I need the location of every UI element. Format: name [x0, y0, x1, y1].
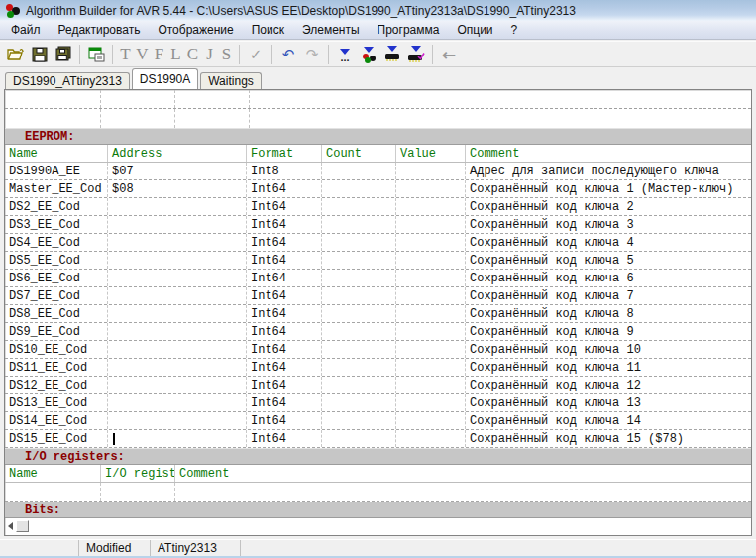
cell-count[interactable] [322, 270, 396, 286]
cell-comment[interactable]: Адрес для записи последующего ключа [466, 163, 751, 179]
empty-cell[interactable] [101, 483, 175, 501]
cell-address[interactable] [108, 198, 247, 215]
cell-name[interactable]: DS3_EE_Cod [5, 216, 108, 233]
cell-value[interactable] [396, 180, 466, 197]
cell-comment[interactable]: Сохранённый код ключа 9 [466, 323, 751, 340]
empty-cell[interactable] [175, 483, 751, 501]
cell-count[interactable] [322, 180, 396, 197]
cell-count[interactable] [322, 323, 396, 340]
cell-format[interactable]: Int64 [247, 180, 322, 197]
menu-item[interactable]: Редактировать [50, 21, 150, 39]
cell-address[interactable] [108, 305, 247, 322]
table-row[interactable]: DS2_EE_Cod Int64 Сохранённый код ключа 2 [5, 198, 751, 216]
cell-value[interactable] [396, 430, 466, 447]
cell-count[interactable] [322, 287, 396, 304]
cell-value[interactable] [396, 216, 466, 233]
cell-value[interactable] [396, 305, 466, 322]
empty-cell[interactable] [5, 109, 101, 128]
cell-name[interactable]: DS11_EE_Cod [5, 359, 108, 376]
cell-address[interactable] [108, 377, 247, 393]
tab-ds1990-attiny2313[interactable]: DS1990_ATtiny2313 [5, 72, 130, 89]
template-letter-button[interactable]: C [184, 45, 201, 64]
cell-format[interactable]: Int64 [247, 377, 322, 393]
bit-scrollbar-thumb[interactable] [16, 520, 29, 532]
cell-address[interactable]: $07 [108, 163, 247, 179]
cell-format[interactable]: Int64 [247, 234, 322, 251]
cell-name[interactable]: DS6_EE_Cod [5, 270, 108, 286]
open-icon[interactable] [4, 43, 28, 66]
cell-format[interactable]: Int64 [247, 341, 322, 358]
cell-format[interactable]: Int8 [247, 163, 322, 179]
cell-name[interactable]: DS5_EE_Cod [5, 252, 108, 269]
menu-item[interactable]: Файл [2, 21, 50, 39]
table-row[interactable]: DS1990A_EE $07 Int8 Адрес для записи пос… [5, 163, 751, 180]
table-row[interactable]: DS12_EE_Cod Int64 Сохранённый код ключа … [5, 377, 751, 394]
template-letter-button[interactable]: T [117, 45, 134, 64]
cell-comment[interactable]: Сохранённый код ключа 3 [466, 216, 751, 233]
save-all-icon[interactable] [52, 43, 75, 66]
redo-icon[interactable]: ↷ [300, 43, 324, 66]
table-row[interactable]: DS4_EE_Cod Int64 Сохранённый код ключа 4 [5, 234, 751, 252]
cell-comment[interactable]: Сохранённый код ключа 14 [466, 412, 751, 429]
cell-count[interactable] [322, 163, 396, 179]
cell-value[interactable] [396, 252, 466, 269]
cell-format[interactable]: Int64 [247, 323, 322, 340]
template-letter-button[interactable]: L [167, 45, 184, 64]
cell-value[interactable] [396, 234, 466, 251]
cell-address[interactable] [108, 252, 247, 269]
tab-waitings[interactable]: Waitings [200, 72, 262, 89]
cell-count[interactable] [322, 341, 396, 358]
cell-value[interactable] [396, 287, 466, 304]
cell-comment[interactable]: Сохранённый код ключа 11 [466, 359, 751, 376]
cell-count[interactable] [322, 359, 396, 376]
cell-format[interactable]: Int64 [247, 270, 322, 286]
cell-name[interactable]: DS15_EE_Cod [5, 430, 108, 447]
cell-address[interactable] [108, 412, 247, 429]
cell-comment[interactable]: Сохранённый код ключа 8 [466, 305, 751, 322]
cell-name[interactable]: DS12_EE_Cod [5, 377, 108, 393]
cell-format[interactable]: Int64 [247, 198, 322, 215]
check-icon[interactable]: ✓ [244, 43, 268, 66]
menu-item[interactable]: ? [502, 21, 527, 39]
cell-comment[interactable]: Сохранённый код ключа 12 [466, 377, 751, 393]
cell-name[interactable]: DS9_EE_Cod [5, 323, 108, 340]
cell-format[interactable]: Int64 [247, 430, 322, 447]
cell-count[interactable] [322, 412, 396, 429]
cell-comment[interactable]: Сохранённый код ключа 6 [466, 270, 751, 286]
cell-name[interactable]: DS14_EE_Cod [5, 412, 108, 429]
cell-format[interactable]: Int64 [247, 394, 322, 411]
template-letter-button[interactable]: J [201, 45, 218, 64]
cell-value[interactable] [396, 163, 466, 179]
cell-format[interactable]: Int64 [247, 287, 322, 304]
cell-comment[interactable]: Сохранённый код ключа 13 [466, 394, 751, 411]
cell-address[interactable] [108, 287, 247, 304]
cell-value[interactable] [396, 394, 466, 411]
cell-value[interactable] [396, 377, 466, 393]
verify-chip-icon[interactable] [404, 43, 428, 66]
cell-count[interactable] [322, 305, 396, 322]
cell-address[interactable] [108, 430, 247, 447]
cell-count[interactable] [322, 234, 396, 251]
copy-window-icon[interactable] [84, 43, 108, 66]
back-arrow-icon[interactable]: ← [437, 43, 461, 66]
table-row[interactable]: DS7_EE_Cod Int64 Сохранённый код ключа 7 [5, 287, 751, 305]
table-row[interactable]: DS10_EE_Cod Int64 Сохранённый код ключа … [5, 341, 751, 359]
cell-format[interactable]: Int64 [247, 216, 322, 233]
empty-cell[interactable] [250, 109, 751, 128]
io-empty-row[interactable] [5, 483, 751, 502]
cell-name[interactable]: DS13_EE_Cod [5, 394, 108, 411]
empty-cell[interactable] [175, 90, 250, 108]
cell-value[interactable] [396, 198, 466, 215]
scroll-left-arrow-icon[interactable] [8, 522, 13, 530]
save-icon[interactable] [28, 43, 52, 66]
cell-value[interactable] [396, 270, 466, 286]
cell-format[interactable]: Int64 [247, 412, 322, 429]
cell-value[interactable] [396, 341, 466, 358]
cell-address[interactable]: $08 [108, 180, 247, 197]
cell-comment[interactable]: Сохранённый код ключа 1 (Мастер-ключ) [466, 180, 751, 197]
table-row[interactable]: DS8_EE_Cod Int64 Сохранённый код ключа 8 [5, 305, 751, 323]
cell-count[interactable] [322, 377, 396, 393]
empty-cell[interactable] [101, 90, 175, 108]
cell-format[interactable]: Int64 [247, 359, 322, 376]
menu-item[interactable]: Опции [448, 21, 501, 39]
